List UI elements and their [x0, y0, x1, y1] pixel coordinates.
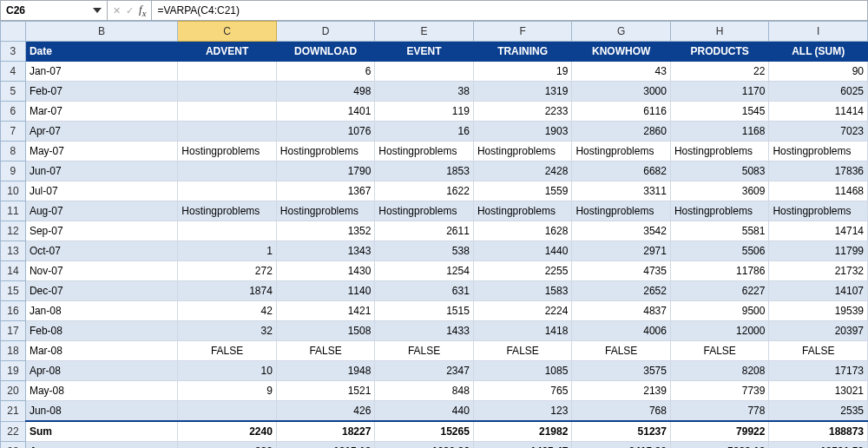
summary-cell[interactable]: 79922 — [670, 421, 769, 442]
data-cell[interactable]: 19539 — [769, 301, 868, 321]
data-cell[interactable]: 1076 — [276, 122, 375, 142]
table-header-cell[interactable]: TRAINING — [473, 42, 572, 62]
data-cell[interactable]: 778 — [670, 401, 769, 422]
data-cell[interactable]: 17173 — [769, 361, 868, 381]
data-cell[interactable]: 11468 — [769, 181, 868, 201]
date-cell[interactable]: Jun-07 — [25, 161, 177, 181]
data-cell[interactable]: 6227 — [670, 281, 769, 301]
data-cell[interactable]: 8208 — [670, 361, 769, 381]
data-cell[interactable]: 1433 — [375, 321, 474, 341]
date-cell[interactable]: Jan-08 — [25, 301, 177, 321]
data-cell[interactable]: 3609 — [670, 181, 769, 201]
data-cell[interactable]: Hostingproblems — [178, 201, 277, 221]
table-header-cell[interactable]: DOWNLOAD — [276, 42, 375, 62]
date-cell[interactable]: Jan-07 — [25, 62, 177, 82]
table-header-cell[interactable]: Date — [25, 42, 177, 62]
data-cell[interactable]: 2535 — [769, 401, 868, 422]
data-cell[interactable]: 11786 — [670, 261, 769, 281]
data-cell[interactable]: 17836 — [769, 161, 868, 181]
col-header[interactable]: G — [572, 22, 671, 42]
row-header[interactable]: 13 — [1, 241, 26, 261]
data-cell[interactable]: 21732 — [769, 261, 868, 281]
row-header[interactable]: 3 — [1, 42, 26, 62]
data-cell[interactable]: 3311 — [572, 181, 671, 201]
spreadsheet-grid[interactable]: B C D E F G H I 3DateADVENTDOWNLOADEVENT… — [0, 21, 868, 448]
data-cell[interactable]: 631 — [375, 281, 474, 301]
data-cell[interactable]: 4006 — [572, 321, 671, 341]
data-cell[interactable]: 2971 — [572, 241, 671, 261]
data-cell[interactable]: 14714 — [769, 221, 868, 241]
row-header[interactable]: 16 — [1, 301, 26, 321]
col-header[interactable]: E — [375, 22, 474, 42]
data-cell[interactable]: Hostingproblems — [670, 201, 769, 221]
date-cell[interactable]: Apr-08 — [25, 361, 177, 381]
date-cell[interactable]: Aug-07 — [25, 201, 177, 221]
data-cell[interactable]: Hostingproblems — [375, 201, 474, 221]
data-cell[interactable]: 426 — [276, 401, 375, 422]
data-cell[interactable]: 2652 — [572, 281, 671, 301]
data-cell[interactable]: 2347 — [375, 361, 474, 381]
row-header[interactable]: 21 — [1, 401, 26, 422]
data-cell[interactable]: 1168 — [670, 122, 769, 142]
row-header[interactable]: 17 — [1, 321, 26, 341]
date-cell[interactable]: Mar-07 — [25, 102, 177, 122]
date-cell[interactable]: Oct-07 — [25, 241, 177, 261]
data-cell[interactable]: 13021 — [769, 381, 868, 401]
summary-cell[interactable]: 2240 — [178, 421, 277, 442]
data-cell[interactable]: FALSE — [375, 341, 474, 361]
data-cell[interactable]: 4735 — [572, 261, 671, 281]
data-cell[interactable]: 1421 — [276, 301, 375, 321]
summary-cell[interactable]: 3415.80 — [572, 442, 671, 449]
data-cell[interactable]: 14107 — [769, 281, 868, 301]
summary-label[interactable]: Sum — [25, 421, 177, 442]
row-header[interactable]: 9 — [1, 161, 26, 181]
row-header[interactable]: 6 — [1, 102, 26, 122]
data-cell[interactable]: 1418 — [473, 321, 572, 341]
data-cell[interactable]: 6 — [276, 62, 375, 82]
data-cell[interactable]: 2255 — [473, 261, 572, 281]
data-cell[interactable] — [375, 62, 474, 82]
data-cell[interactable]: 1948 — [276, 361, 375, 381]
data-cell[interactable]: 16 — [375, 122, 474, 142]
data-cell[interactable]: 5581 — [670, 221, 769, 241]
row-header[interactable]: 23 — [1, 442, 26, 449]
row-header[interactable]: 19 — [1, 361, 26, 381]
table-header-cell[interactable]: ALL (SUM) — [769, 42, 868, 62]
data-cell[interactable]: 1367 — [276, 181, 375, 201]
table-header-cell[interactable]: KNOWHOW — [572, 42, 671, 62]
dropdown-icon[interactable] — [93, 8, 102, 13]
summary-cell[interactable]: 1215.13 — [276, 442, 375, 449]
row-header[interactable]: 22 — [1, 421, 26, 442]
data-cell[interactable]: 1440 — [473, 241, 572, 261]
data-cell[interactable]: 3575 — [572, 361, 671, 381]
formula-input[interactable]: =VARPA(C4:C21) — [152, 1, 867, 20]
data-cell[interactable] — [178, 181, 277, 201]
date-cell[interactable]: Jun-08 — [25, 401, 177, 422]
date-cell[interactable]: Nov-07 — [25, 261, 177, 281]
row-header[interactable]: 12 — [1, 221, 26, 241]
data-cell[interactable] — [178, 401, 277, 422]
data-cell[interactable]: 9500 — [670, 301, 769, 321]
data-cell[interactable]: Hostingproblems — [769, 201, 868, 221]
data-cell[interactable]: 11799 — [769, 241, 868, 261]
row-header[interactable]: 5 — [1, 82, 26, 102]
data-cell[interactable]: 38 — [375, 82, 474, 102]
data-cell[interactable]: 1874 — [178, 281, 277, 301]
data-cell[interactable]: 2224 — [473, 301, 572, 321]
data-cell[interactable]: 1085 — [473, 361, 572, 381]
data-cell[interactable]: 1254 — [375, 261, 474, 281]
summary-cell[interactable]: 5328.13 — [670, 442, 769, 449]
data-cell[interactable]: 6682 — [572, 161, 671, 181]
data-cell[interactable]: 43 — [572, 62, 671, 82]
data-cell[interactable]: 22 — [670, 62, 769, 82]
data-cell[interactable]: 768 — [572, 401, 671, 422]
col-header[interactable]: F — [473, 22, 572, 42]
data-cell[interactable]: 1790 — [276, 161, 375, 181]
date-cell[interactable]: Dec-07 — [25, 281, 177, 301]
row-header[interactable]: 7 — [1, 122, 26, 142]
data-cell[interactable]: 1319 — [473, 82, 572, 102]
summary-cell[interactable]: 21982 — [473, 421, 572, 442]
cancel-icon[interactable]: ✕ — [113, 5, 121, 16]
summary-cell[interactable]: 1090.36 — [375, 442, 474, 449]
date-cell[interactable]: Jul-07 — [25, 181, 177, 201]
